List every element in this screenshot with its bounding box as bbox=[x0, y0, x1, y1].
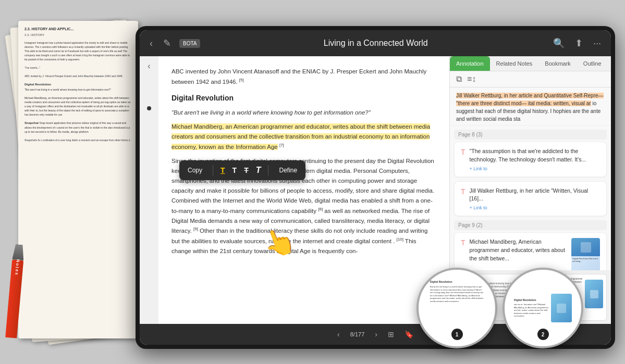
copy-icon[interactable]: ⧉ bbox=[456, 74, 462, 84]
thumb-2-text: Digital Revolution into an in- formation… bbox=[514, 298, 549, 318]
book-main-page: 2.3. HISTORY AND APPLIC... 2.3. HISTORY … bbox=[18, 21, 138, 338]
thumb-2-number: 2 bbox=[537, 329, 549, 340]
page-content[interactable]: ABC invented by John Vincent Atanasoff a… bbox=[158, 56, 449, 324]
annotation-thumbnail: Digital Revolution But aren't we living.… bbox=[571, 238, 600, 270]
sort-icon[interactable]: ≡↕ bbox=[467, 74, 476, 84]
more-button[interactable]: ··· bbox=[591, 36, 603, 51]
popup-divider-1 bbox=[213, 165, 213, 175]
format-strikethrough-button[interactable]: T bbox=[244, 165, 249, 176]
book-section-label: 2.3. HISTORY bbox=[24, 33, 132, 37]
tab-annotation[interactable]: Annotation bbox=[450, 56, 490, 71]
bookmark-button[interactable]: 🔖 bbox=[405, 330, 413, 338]
page-info: 8/177 bbox=[350, 331, 365, 337]
italic-quote: "But aren't we living in a world where k… bbox=[171, 108, 436, 118]
annotation-item-3-header: T Michael Mandiberg, American programmer… bbox=[461, 238, 600, 270]
format-bold-button[interactable]: T bbox=[220, 165, 225, 176]
nav-prev-button[interactable]: ‹ bbox=[148, 61, 150, 71]
ref-10: [10] bbox=[397, 237, 403, 242]
annotation-item-1[interactable]: T "The assumption is that we're addicted… bbox=[454, 142, 607, 177]
right-panel-excerpt: Jill Walker Rettburg, in her article and… bbox=[450, 87, 611, 125]
left-nav: ‹ bbox=[140, 56, 158, 324]
annotation-text-3: Michael Mandiberg, American programmer a… bbox=[470, 238, 568, 262]
thumb-card-2-img-inner bbox=[590, 290, 598, 298]
annotation-text-2: Jill Walker Rettburg, in her article "Wr… bbox=[470, 187, 600, 204]
page-prev-button[interactable]: ‹ bbox=[337, 330, 340, 338]
search-button[interactable]: 🔍 bbox=[551, 35, 567, 51]
annotation-item-2[interactable]: T Jill Walker Rettburg, in her article "… bbox=[454, 181, 607, 217]
annotation-icon-1: T bbox=[461, 148, 465, 156]
define-button[interactable]: Define bbox=[276, 166, 300, 175]
section-header: Digital Revolution bbox=[171, 92, 436, 104]
highlighted-text: Michael Mandiberg, an American programme… bbox=[171, 123, 430, 150]
selection-popup: Copy T T T T Define bbox=[179, 160, 305, 180]
thumb-image-top bbox=[571, 238, 600, 256]
ref-5: [5] bbox=[239, 78, 244, 82]
top-paragraph: ABC invented by John Vincent Atanasoff a… bbox=[171, 67, 436, 87]
right-panel-highlighted: Jill Walker Rettburg, in her article and… bbox=[456, 93, 604, 106]
annotation-list: Page 8 (3) T "The assumption is that we'… bbox=[450, 125, 611, 270]
share-button[interactable]: ⬆ bbox=[573, 35, 585, 51]
thumb-1-text: Digital Revolution But aren't we living … bbox=[430, 280, 484, 336]
tab-bookmark[interactable]: Bookmark bbox=[538, 56, 577, 71]
annotation-link-1[interactable]: + Link to bbox=[470, 166, 600, 171]
floating-thumbnails: 1 Digital Revolution But aren't we livin… bbox=[416, 268, 583, 348]
reader-title: Living in a Connected World bbox=[206, 39, 545, 48]
edit-button[interactable]: ✎ bbox=[161, 35, 173, 51]
ref-7: [7] bbox=[279, 143, 284, 147]
annotation-item-1-header: T "The assumption is that we're addicted… bbox=[461, 147, 600, 171]
book-body-text: Instagram Instagram has a photo-based ap… bbox=[24, 41, 132, 142]
highlighted-paragraph: Michael Mandiberg, an American programme… bbox=[171, 122, 436, 152]
ref-9: [9] bbox=[193, 227, 198, 231]
nav-indicator bbox=[147, 106, 151, 110]
thumb-building bbox=[581, 242, 591, 253]
book-stack: 2.3. HISTORY AND APPLIC... 2.3. HISTORY … bbox=[10, 21, 146, 344]
grid-view-button[interactable]: ⊞ bbox=[388, 330, 394, 338]
annotation-link-2[interactable]: + Link to bbox=[470, 205, 600, 210]
annotation-icon-2: T bbox=[461, 187, 465, 196]
thumb-2-img-icon bbox=[557, 304, 566, 313]
panel-toolbar: ⧉ ≡↕ bbox=[450, 71, 611, 87]
marker-label: Notes bbox=[14, 259, 20, 276]
format-italic-button[interactable]: T bbox=[232, 165, 237, 176]
toolbar: ‹ ✎ BOTA Living in a Connected World 🔍 ⬆… bbox=[140, 30, 611, 56]
thumb-1-number: 1 bbox=[451, 329, 463, 340]
tab-related-notes[interactable]: Related Notes bbox=[490, 56, 539, 71]
annotation-item-3[interactable]: T Michael Mandiberg, American programmer… bbox=[454, 232, 607, 270]
floating-thumb-1[interactable]: 1 Digital Revolution But aren't we livin… bbox=[416, 268, 497, 348]
ref-8: [8] bbox=[318, 207, 323, 211]
book-header: 2.3. HISTORY AND APPLIC... bbox=[24, 27, 132, 31]
annotation-icon-3: T bbox=[461, 239, 465, 247]
thumb-2-image bbox=[551, 294, 572, 322]
format-serif-button[interactable]: T bbox=[256, 164, 261, 177]
back-button[interactable]: ‹ bbox=[148, 36, 155, 51]
bota-label: BOTA bbox=[179, 39, 200, 48]
page-8-label: Page 8 (3) bbox=[454, 130, 607, 140]
annotation-text-1: "The assumption is that we're addicted t… bbox=[470, 147, 600, 164]
annotation-item-2-header: T Jill Walker Rettburg, in her article "… bbox=[461, 187, 600, 211]
popup-divider-2 bbox=[268, 165, 268, 175]
right-tabs: Annotation Related Notes Bookmark Outlin… bbox=[450, 56, 611, 71]
floating-thumb-2[interactable]: 2 Digital Revolution into an in- formati… bbox=[503, 268, 583, 348]
page-next-button[interactable]: › bbox=[375, 330, 377, 338]
page-9-label: Page 9 (2) bbox=[454, 220, 607, 230]
thumb-text: Digital Revolution But aren't we living.… bbox=[571, 256, 600, 263]
copy-button[interactable]: Copy bbox=[185, 166, 205, 175]
marker-tip bbox=[12, 244, 25, 260]
thumb-card-2-image bbox=[585, 280, 603, 308]
tab-outline[interactable]: Outline bbox=[577, 56, 608, 71]
